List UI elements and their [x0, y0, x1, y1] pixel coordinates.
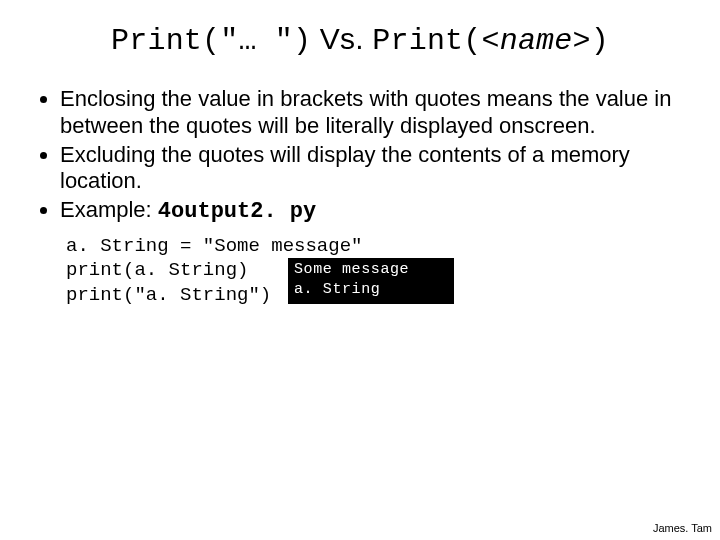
slide: Print("… ") Vs. Print(<name>) Enclosing …	[0, 0, 720, 540]
title-name: name	[500, 24, 573, 58]
bullet-text: Excluding the quotes will display the co…	[60, 142, 630, 194]
code-area: a. String = "Some message" print(a. Stri…	[66, 234, 720, 307]
title-vs: Vs.	[311, 22, 372, 55]
terminal-output: Some message a. String	[288, 258, 454, 304]
terminal-line: a. String	[294, 280, 448, 300]
slide-title: Print("… ") Vs. Print(<name>)	[0, 0, 720, 58]
title-left: Print("… ")	[111, 24, 311, 58]
code-line: print(a. String)	[66, 259, 248, 281]
title-right: >)	[573, 24, 609, 58]
bullet-text: Enclosing the value in brackets with quo…	[60, 86, 671, 138]
bullet-list: Enclosing the value in brackets with quo…	[36, 86, 684, 226]
footer-author: James. Tam	[653, 522, 712, 534]
terminal-line: Some message	[294, 260, 448, 280]
bullet-item: Enclosing the value in brackets with quo…	[60, 86, 684, 140]
bullet-prefix: Example:	[60, 197, 158, 222]
bullet-item: Example: 4output2. py	[60, 197, 684, 226]
title-mid: Print(<	[372, 24, 499, 58]
bullet-item: Excluding the quotes will display the co…	[60, 142, 684, 196]
code-line: a. String = "Some message"	[66, 235, 362, 257]
code-line: print("a. String")	[66, 284, 271, 306]
example-filename: 4output2. py	[158, 199, 316, 224]
